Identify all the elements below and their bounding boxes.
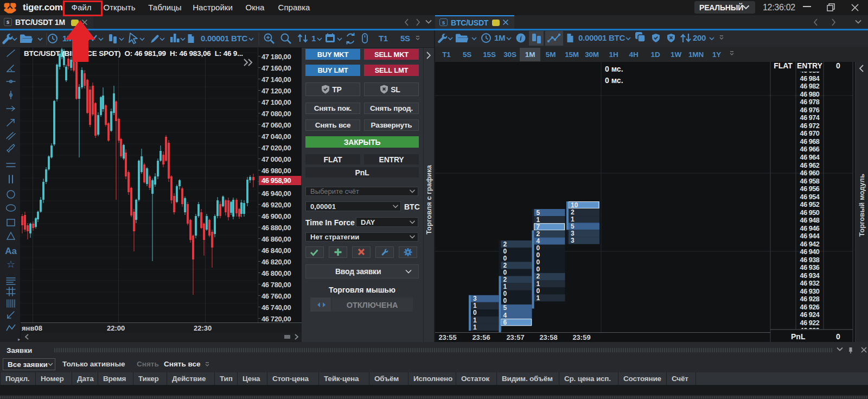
svg-text:1: 1 (473, 302, 477, 309)
svg-text:2: 2 (503, 240, 507, 248)
svg-text:2: 2 (537, 230, 540, 238)
svg-text:5: 5 (537, 209, 540, 217)
svg-text:0: 0 (503, 269, 507, 276)
svg-text:3: 3 (571, 237, 575, 244)
svg-text:7: 7 (537, 223, 540, 231)
svg-text:4: 4 (537, 237, 540, 245)
svg-text:1: 1 (571, 216, 575, 223)
svg-text:0: 0 (537, 265, 540, 273)
svg-text:0: 0 (503, 290, 507, 297)
svg-text:1: 1 (473, 316, 477, 324)
svg-text:0: 0 (503, 255, 507, 262)
svg-text:0: 0 (537, 258, 540, 266)
svg-text:1: 1 (473, 324, 477, 331)
svg-text:0: 0 (503, 297, 507, 305)
svg-text:1: 1 (537, 294, 540, 302)
svg-text:2: 2 (571, 208, 575, 216)
svg-text:0: 0 (537, 251, 540, 259)
svg-text:10: 10 (571, 201, 578, 209)
svg-text:2: 2 (503, 276, 507, 283)
svg-text:6: 6 (503, 319, 507, 326)
svg-text:1: 1 (537, 280, 540, 288)
svg-text:0: 0 (537, 244, 540, 252)
svg-text:3: 3 (571, 230, 575, 237)
svg-text:0: 0 (503, 248, 507, 255)
svg-text:5: 5 (571, 223, 575, 230)
svg-text:1: 1 (537, 216, 540, 224)
svg-text:2: 2 (503, 262, 507, 269)
svg-text:3: 3 (473, 295, 477, 302)
svg-text:0: 0 (537, 287, 540, 295)
svg-text:4: 4 (503, 312, 507, 319)
svg-text:2: 2 (537, 273, 540, 280)
svg-text:0: 0 (473, 309, 477, 316)
svg-text:5: 5 (503, 304, 507, 312)
svg-text:1: 1 (503, 283, 507, 290)
